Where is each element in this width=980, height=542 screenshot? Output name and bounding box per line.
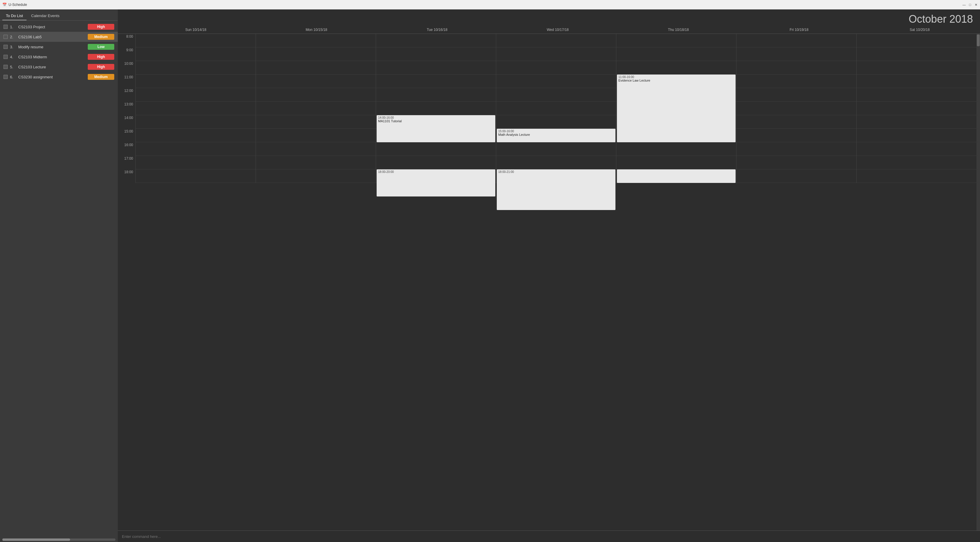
hour-row (136, 48, 256, 61)
hour-row (496, 75, 616, 88)
todo-checkbox[interactable] (3, 45, 8, 49)
todo-priority-badge: Medium (88, 34, 114, 40)
title-bar-controls: — □ ✕ (963, 3, 978, 6)
hour-row (616, 142, 736, 156)
hour-row (256, 129, 376, 142)
hour-row (256, 88, 376, 102)
hour-row (737, 169, 856, 183)
time-slot-label: 8:00 (118, 34, 135, 48)
day-column: 14:00-16:00MA1101 Tutorial18:00-20:00 (376, 34, 496, 183)
hour-row (376, 34, 496, 48)
title-bar: 📅 U-Schedule — □ ✕ (0, 0, 980, 10)
todo-name: CS3230 assignment (18, 75, 85, 79)
time-slot-label: 15:00 (118, 129, 135, 142)
hour-row (737, 142, 856, 156)
hour-row (496, 34, 616, 48)
day-header: Tue 10/16/18 (377, 27, 497, 33)
hour-row (737, 115, 856, 129)
hour-row (376, 102, 496, 115)
todo-number: 1. (10, 25, 16, 29)
maximize-button[interactable]: □ (968, 3, 972, 6)
time-column: 8:009:0010:0011:0012:0013:0014:0015:0016… (118, 34, 135, 183)
hour-row (256, 48, 376, 61)
todo-checkbox[interactable] (3, 65, 8, 69)
todo-item[interactable]: 5. CS2103 Lecture High (0, 62, 118, 72)
minimize-button[interactable]: — (963, 3, 966, 6)
todo-item[interactable]: 6. CS3230 assignment Medium (0, 72, 118, 82)
event-time: 18:00-21:00 (498, 170, 614, 174)
calendar-grid: 8:009:0010:0011:0012:0013:0014:0015:0016… (118, 34, 977, 183)
day-column: 15:00-16:00Math Analysis Lecture18:00-21… (496, 34, 616, 183)
day-header: Fri 10/19/18 (739, 27, 859, 33)
todo-item[interactable]: 2. CS2106 Lab5 Medium (0, 32, 118, 42)
event-time: 15:00-16:00 (498, 130, 614, 133)
time-slot-label: 17:00 (118, 156, 135, 169)
app-body: To Do List Calendar Events 1. CS2103 Pro… (0, 10, 980, 542)
todo-checkbox[interactable] (3, 55, 8, 59)
hour-row (136, 34, 256, 48)
todo-number: 3. (10, 45, 16, 49)
hour-row (857, 75, 977, 88)
sidebar-scrollbar-thumb (2, 539, 70, 541)
todo-item[interactable]: 3. Modify resume Low (0, 42, 118, 52)
calendar-scroll[interactable]: 8:009:0010:0011:0012:0013:0014:0015:0016… (118, 34, 977, 531)
days-grid: 14:00-16:00MA1101 Tutorial18:00-20:0015:… (135, 34, 977, 183)
command-input[interactable] (122, 534, 976, 539)
day-header: Sun 10/14/18 (135, 27, 256, 33)
hour-row (616, 48, 736, 61)
sidebar-scrollbar[interactable] (2, 539, 115, 541)
todo-number: 5. (10, 65, 16, 69)
event-title: Evidence Law Lecture (618, 79, 734, 82)
hour-row (376, 48, 496, 61)
calendar-event[interactable]: 18:00-20:00 (377, 169, 495, 196)
event-time: 14:00-16:00 (378, 116, 494, 119)
hour-row (376, 142, 496, 156)
calendar-scrollbar[interactable] (977, 34, 980, 531)
day-column (135, 34, 256, 183)
hour-row (496, 115, 616, 129)
calendar-scrollbar-thumb (977, 35, 980, 46)
hour-row (136, 102, 256, 115)
tab-calendar-events[interactable]: Calendar Events (28, 12, 63, 20)
calendar-event[interactable]: 11:00-16:00Evidence Law Lecture (617, 75, 736, 142)
todo-item[interactable]: 4. CS2103 Midterm High (0, 52, 118, 62)
hour-row (496, 102, 616, 115)
hour-row (737, 61, 856, 75)
time-slot-label: 18:00 (118, 169, 135, 183)
calendar-event[interactable]: 18:00-21:00 (497, 169, 616, 210)
todo-name: CS2103 Midterm (18, 55, 85, 59)
calendar-event[interactable]: 14:00-16:00MA1101 Tutorial (377, 115, 495, 142)
month-year-label: October 2018 (909, 13, 973, 26)
tab-todo[interactable]: To Do List (2, 12, 27, 20)
hour-row (376, 88, 496, 102)
close-button[interactable]: ✕ (974, 3, 978, 6)
calendar-event[interactable] (617, 169, 736, 183)
hour-row (256, 102, 376, 115)
hour-row (857, 61, 977, 75)
day-column: 11:00-16:00Evidence Law Lecture (616, 34, 736, 183)
todo-list: 1. CS2103 Project High 2. CS2106 Lab5 Me… (0, 21, 118, 537)
todo-checkbox[interactable] (3, 75, 8, 79)
hour-row (857, 156, 977, 169)
hour-row (136, 75, 256, 88)
todo-priority-badge: High (88, 24, 114, 30)
day-header: Wed 10/17/18 (497, 27, 618, 33)
hour-row (857, 142, 977, 156)
time-slot-label: 9:00 (118, 48, 135, 61)
hour-row (857, 115, 977, 129)
calendar-event[interactable]: 15:00-16:00Math Analysis Lecture (497, 129, 616, 142)
hour-row (256, 142, 376, 156)
todo-checkbox[interactable] (3, 25, 8, 29)
todo-priority-badge: High (88, 64, 114, 70)
hour-row (136, 61, 256, 75)
hour-row (857, 169, 977, 183)
hour-row (256, 115, 376, 129)
todo-item[interactable]: 1. CS2103 Project High (0, 22, 118, 32)
hour-row (737, 129, 856, 142)
time-slot-label: 16:00 (118, 142, 135, 156)
day-header: Sat 10/20/18 (859, 27, 980, 33)
hour-row (256, 34, 376, 48)
time-slot-label: 10:00 (118, 61, 135, 75)
day-column (736, 34, 856, 183)
todo-checkbox[interactable] (3, 35, 8, 39)
